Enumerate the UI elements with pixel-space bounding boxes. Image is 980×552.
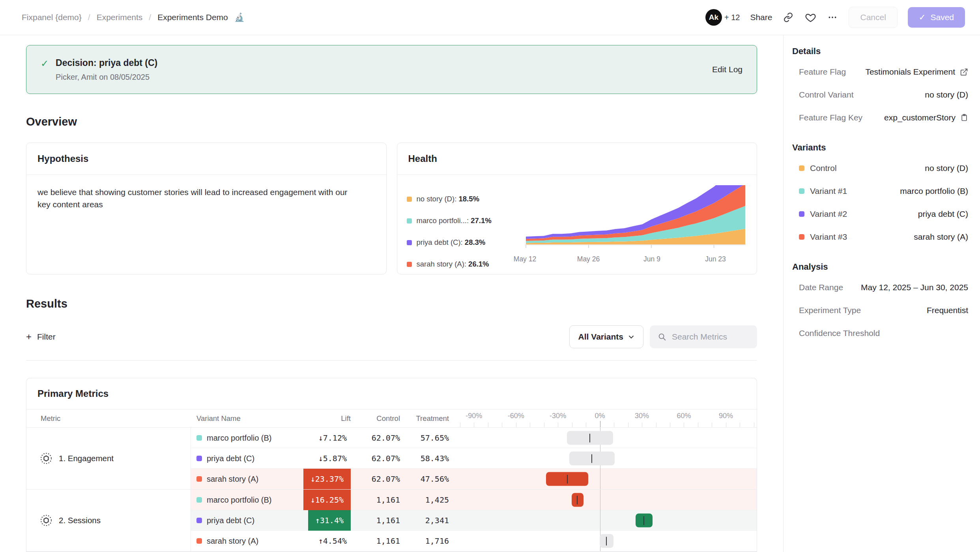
variant-row: Controlno story (D) [792, 157, 968, 180]
legend-item[interactable]: no story (D): 18.5% [407, 195, 525, 203]
legend-item[interactable]: priya debt (C): 28.3% [407, 238, 525, 247]
lift-value: ↑4.54% [314, 536, 351, 546]
metrics-table-header: Metric Variant Name Lift Control Treatme… [26, 409, 757, 428]
scale-tick-label: 90% [719, 412, 733, 420]
legend-swatch [407, 218, 412, 223]
metric-row[interactable]: priya debt (C) ↑31.4% 1,161 2,341 [191, 510, 757, 531]
metric-row[interactable]: sarah story (A) ↓23.37% 62.07% 47.56% [191, 469, 757, 489]
col-variant-name: Variant Name [191, 414, 295, 423]
zero-line [600, 469, 600, 489]
health-card: Health no story (D): 18.5%marco portfoli… [397, 143, 757, 274]
collaborators-count: + 12 [724, 13, 740, 22]
variant-name: priya debt (C) [207, 454, 254, 463]
variant-name: sarah story (A) [207, 475, 258, 484]
legend-label: marco portfoli...: [417, 216, 471, 225]
breadcrumb-project[interactable]: Fixpanel {demo} [22, 13, 82, 22]
lift-value: ↓5.87% [314, 454, 351, 463]
edit-log-button[interactable]: Edit Log [712, 65, 742, 74]
breadcrumb-current-page[interactable]: Experiments Demo [157, 13, 228, 22]
detail-row-feature-flag-key: Feature Flag Key exp_customerStory [792, 106, 968, 129]
overview-heading: Overview [26, 115, 757, 128]
external-link-icon[interactable] [960, 68, 968, 76]
search-icon [658, 332, 666, 341]
metric-row[interactable]: sarah story (A) ↑4.54% 1,161 1,716 [191, 531, 757, 551]
share-button[interactable]: Share [750, 13, 772, 22]
scale-tick [684, 422, 684, 427]
details-section-title: Details [792, 46, 968, 56]
legend-item[interactable]: marco portfoli...: 27.1% [407, 216, 525, 225]
variant-color-swatch [196, 476, 202, 482]
point-estimate-marker [643, 516, 644, 525]
variant-slot-label: Control [810, 163, 837, 173]
scale-tick-label: 0% [595, 412, 605, 420]
add-filter-button[interactable]: + Filter [26, 331, 56, 342]
collaborators[interactable]: Ak + 12 [705, 9, 740, 26]
variant-row: Variant #3sarah story (A) [792, 225, 968, 248]
primary-metrics-title: Primary Metrics [26, 378, 757, 409]
scale-tick [474, 422, 474, 427]
variants-dropdown[interactable]: All Variants [569, 325, 643, 348]
x-axis-tick-label: Jun 9 [643, 255, 660, 263]
top-bar: Fixpanel {demo} / Experiments / Experime… [0, 0, 980, 35]
copy-link-icon[interactable] [782, 11, 794, 23]
plus-icon: + [26, 331, 32, 342]
scale-tick [558, 422, 558, 427]
scale-tick [460, 422, 460, 427]
confidence-interval-bar [567, 431, 613, 445]
decision-check-icon: ✓ [41, 58, 49, 82]
metric-name-cell[interactable]: 1. Engagement [26, 428, 191, 489]
confidence-interval-cell [453, 448, 757, 469]
scale-tick-label: -90% [466, 412, 482, 420]
metric-target-icon [40, 452, 52, 465]
col-treatment: Treatment [404, 414, 453, 423]
results-heading: Results [26, 297, 757, 310]
treatment-value: 1,716 [404, 536, 453, 546]
microscope-emoji: 🔬 [234, 13, 245, 22]
metric-row[interactable]: priya debt (C) ↓5.87% 62.07% 58.43% [191, 448, 757, 469]
variant-color-swatch [196, 456, 202, 461]
variant-color-swatch [799, 211, 804, 217]
scale-tick [670, 422, 670, 427]
scale-tick [516, 422, 516, 427]
favorite-heart-icon[interactable] [804, 11, 816, 23]
legend-item[interactable]: sarah story (A): 26.1% [407, 260, 525, 268]
saved-button[interactable]: ✓ Saved [908, 7, 965, 28]
hypothesis-text: we believe that showing customer stories… [26, 175, 366, 222]
variant-name: marco portfolio (B) [207, 434, 272, 443]
metric-name-cell[interactable]: 2. Sessions [26, 490, 191, 551]
control-value: 62.07% [355, 474, 404, 484]
legend-percent: 26.1% [468, 260, 489, 268]
scale-tick [628, 422, 628, 427]
scale-tick [530, 422, 530, 427]
legend-percent: 18.5% [458, 195, 479, 203]
scale-tick [754, 422, 754, 427]
clipboard-copy-icon[interactable] [960, 114, 968, 122]
variant-name: marco portfolio (B) [207, 496, 272, 505]
search-metrics-input[interactable] [672, 332, 747, 342]
variant-color-swatch [196, 435, 202, 441]
confidence-interval-bar [546, 472, 588, 486]
treatment-value: 57.65% [404, 433, 453, 443]
metrics-search[interactable] [650, 325, 757, 348]
cancel-button[interactable]: Cancel [849, 7, 897, 28]
avatar[interactable]: Ak [705, 9, 722, 26]
variant-color-swatch [799, 188, 804, 194]
variant-color-swatch [196, 497, 202, 503]
scale-tick-label: -60% [508, 412, 524, 420]
variant-slot-label: Variant #3 [810, 232, 847, 242]
control-value: 1,161 [355, 516, 404, 525]
control-value: 1,161 [355, 536, 404, 546]
health-legend: no story (D): 18.5%marco portfoli...: 27… [407, 180, 525, 268]
metric-row[interactable]: marco portfolio (B) ↓7.12% 62.07% 57.65% [191, 428, 757, 448]
lift-scale-axis: -90%-60%-30%0%30%60%90% [453, 409, 757, 427]
more-options-icon[interactable] [827, 11, 838, 23]
variant-value: priya debt (C) [918, 209, 968, 219]
breadcrumb-experiments[interactable]: Experiments [97, 13, 143, 22]
point-estimate-marker [577, 496, 578, 504]
detail-row-feature-flag: Feature Flag Testimonials Experiment [792, 60, 968, 83]
treatment-value: 1,425 [404, 495, 453, 505]
details-sidebar: Details Feature Flag Testimonials Experi… [784, 35, 980, 552]
variant-name: priya debt (C) [207, 516, 254, 525]
metric-row[interactable]: marco portfolio (B) ↓16.25% 1,161 1,425 [191, 490, 757, 510]
scale-tick [726, 422, 726, 427]
